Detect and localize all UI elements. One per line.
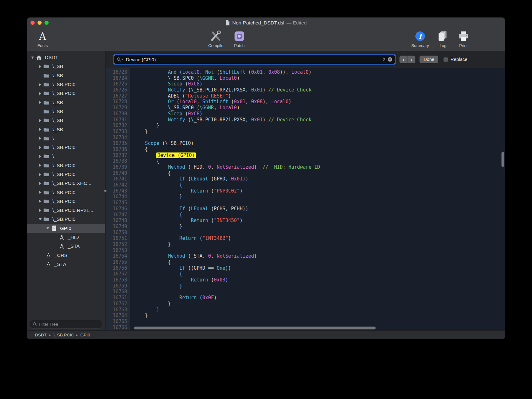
find-previous-button[interactable]: ‹ (399, 56, 407, 63)
close-window-button[interactable] (31, 21, 35, 25)
print-button[interactable]: Print (456, 30, 471, 48)
code-line: } (133, 129, 505, 135)
disclosure-triangle[interactable] (38, 137, 43, 140)
tree-item-sb[interactable]: \_SB (27, 71, 105, 80)
code-line: Return (0x0F) (133, 295, 505, 301)
horizontal-scrollbar-thumb[interactable] (134, 327, 376, 329)
filter-tree-input[interactable] (39, 322, 99, 327)
minimize-window-button[interactable] (38, 21, 42, 25)
find-next-button[interactable]: › (407, 56, 415, 63)
code-line: Return ("INT3450") (133, 218, 505, 224)
search-field[interactable]: 2 (114, 55, 395, 64)
folder-icon (43, 127, 50, 132)
proxy-document-icon (225, 20, 230, 26)
breadcrumb-separator: ▸ (76, 333, 78, 337)
folder-icon (43, 118, 50, 123)
tree-item-root[interactable]: \ (27, 134, 105, 143)
tree-item-sb-pci0[interactable]: \_SB.PCI0 (27, 89, 105, 98)
folder-icon (43, 154, 50, 159)
fonts-icon: A (39, 30, 46, 42)
disclosure-triangle[interactable] (30, 56, 35, 59)
compile-button[interactable]: Compile (206, 30, 226, 48)
tree-item-sb-pci0[interactable]: \_SB.PCI0 (27, 161, 105, 170)
disclosure-triangle[interactable] (38, 155, 43, 158)
line-number: 16756 (106, 265, 127, 271)
tree-item-sta[interactable]: _STA (27, 242, 105, 251)
tree-item-sb-pci0[interactable]: \_SB.PCI0 (27, 188, 105, 197)
disclosure-triangle[interactable] (38, 164, 43, 167)
replace-checkbox[interactable] (443, 57, 448, 62)
disclosure-triangle[interactable] (38, 65, 43, 68)
tree-item-sb[interactable]: \_SB (27, 62, 105, 71)
tree-item-sta[interactable]: _STA (27, 260, 105, 269)
folder-icon (43, 109, 50, 114)
code-line (133, 230, 505, 236)
disclosure-triangle[interactable] (38, 200, 43, 203)
tree-item-sb-pci0[interactable]: \_SB.PCI0 (27, 215, 105, 224)
summary-label: Summary (411, 43, 429, 48)
tree-item-sb[interactable]: \_SB (27, 98, 105, 107)
code-line: \_SB.SPC0 (\GGNR, Local0) (133, 105, 505, 111)
line-number: 16736 (106, 146, 127, 152)
folder-icon (43, 145, 50, 150)
line-number: 16729 (106, 105, 127, 111)
method-icon (58, 235, 65, 240)
disclosure-triangle[interactable] (38, 101, 43, 104)
fonts-label: Fonts (38, 43, 48, 48)
code-line: Scope (\_SB.PCI0) (133, 140, 505, 146)
clear-search-button[interactable] (387, 57, 392, 62)
code-line: } (133, 224, 505, 230)
search-icon[interactable] (117, 57, 124, 62)
tree-item-sb[interactable]: \_SB (27, 116, 105, 125)
line-number: 16752 (106, 241, 127, 247)
done-button[interactable]: Done (419, 56, 438, 63)
patch-button[interactable]: Patch (232, 30, 247, 48)
disclosure-triangle[interactable] (38, 92, 43, 95)
summary-button[interactable]: i Summary (410, 30, 430, 48)
tree-item-sb-pci0[interactable]: \_SB.PCI0 (27, 80, 105, 89)
tree-item-label: \_SB (52, 127, 63, 132)
filter-tree-field[interactable] (30, 320, 102, 328)
tree-item-sb-pci0[interactable]: \_SB.PCI0 (27, 197, 105, 206)
tree-item-hid[interactable]: _HID (27, 233, 105, 242)
breadcrumb-item[interactable]: GPI0 (80, 333, 90, 337)
tree-item-root[interactable]: \ (27, 152, 105, 161)
window-title: Non-Patched_DSDT.dsl — Edited (225, 17, 307, 28)
breadcrumb-item[interactable]: \_SB.PCI0 (53, 333, 73, 337)
disclosure-triangle[interactable] (38, 182, 43, 185)
doc-icon (51, 225, 57, 231)
search-input[interactable] (126, 57, 380, 62)
tree-item-sb-pci0-xhc[interactable]: \_SB.PCI0.XHC... (27, 179, 105, 188)
tree-item-gpi0[interactable]: GPI0 (27, 224, 105, 233)
fonts-button[interactable]: A Fonts (32, 30, 53, 48)
disclosure-triangle[interactable] (38, 146, 43, 149)
disclosure-triangle[interactable] (38, 209, 43, 212)
code-line: Notify (\_SB.PCI0.RP21.PXSX, 0x01) // De… (133, 117, 505, 123)
tree-item-label: \_SB (52, 64, 63, 69)
zoom-window-button[interactable] (44, 21, 49, 25)
disclosure-triangle[interactable] (45, 227, 50, 230)
tree-item-sb[interactable]: \_SB (27, 107, 105, 116)
tree-item-sb-pci0-rp21[interactable]: \_SB.PCI0.RP21... (27, 206, 105, 215)
vertical-scrollbar-thumb[interactable] (501, 152, 504, 167)
disclosure-triangle[interactable] (38, 83, 43, 86)
tree-item-dsdt[interactable]: DSDT (27, 53, 105, 62)
tree-item-crs[interactable]: _CRS (27, 251, 105, 260)
disclosure-triangle[interactable] (38, 191, 43, 194)
pane-splitter-handle[interactable] (104, 190, 106, 192)
tree-item-sb[interactable]: \_SB (27, 125, 105, 134)
line-number: 16764 (106, 313, 127, 319)
disclosure-triangle[interactable] (38, 128, 43, 131)
tree-item-sb-pci0[interactable]: \_SB.PCI0 (27, 143, 105, 152)
tree-item-label: \_SB.PCI0.XHC... (52, 180, 91, 186)
sidebar-tree: DSDT\_SB\_SB\_SB.PCI0\_SB.PCI0\_SB\_SB\_… (27, 51, 105, 320)
code-line: { (133, 271, 505, 277)
disclosure-triangle[interactable] (38, 119, 43, 122)
breadcrumb-item[interactable]: DSDT (35, 333, 47, 337)
log-button[interactable]: Log (435, 30, 451, 48)
tree-item-sb-pci0[interactable]: \_SB.PCI0 (27, 170, 105, 179)
code-area[interactable]: And (Local0, Not (ShiftLeft (0x01, 0x08)… (130, 68, 505, 330)
tree-item-label: _STA (54, 261, 66, 267)
disclosure-triangle[interactable] (38, 218, 43, 221)
disclosure-triangle[interactable] (38, 173, 43, 176)
